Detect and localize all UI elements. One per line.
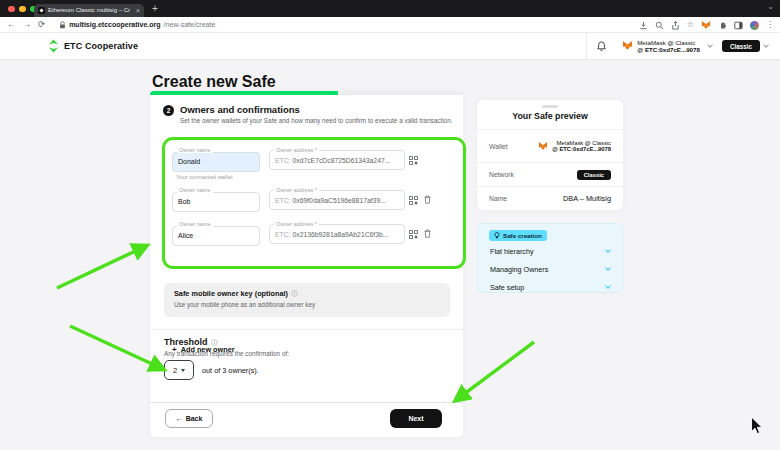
qr-code-icon[interactable] [409,156,418,165]
metamask-extension-icon[interactable] [701,21,711,30]
chevron-down-icon [707,42,713,48]
side-panel-icon[interactable] [734,21,743,30]
step-title: Owners and confirmations [180,104,458,115]
mobile-key-title: Safe mobile owner key (optional) [174,289,288,298]
download-icon[interactable] [639,21,648,30]
owner-address-field: Owner address * ETC: 0xd7cE7cDc8725D6134… [269,150,405,170]
back-button[interactable]: ← Back [165,409,213,428]
tip-tag-label: Safe creation [503,232,542,239]
brand[interactable]: ETC Cooperative [48,39,138,53]
owner-address-label: Owner address * [274,188,319,193]
tip-item-managing-owners[interactable]: Managing Owners [478,261,622,277]
owner-address-input[interactable]: ETC: 0x69f0da9aC5196e8817af39... [269,190,405,210]
browser-menu-icon[interactable]: ⋮ [766,21,774,29]
reload-icon[interactable]: ⟳ [38,20,45,29]
step-header: 2 Owners and confirmations Set the owner… [163,104,458,124]
header-actions: MetaMask @ Classic @ ETC:0xd7cE...9078 C… [586,33,772,59]
bookmark-star-icon[interactable]: ☆ [687,21,694,29]
mobile-key-subtitle: Use your mobile phone as an additional o… [174,301,440,308]
lightbulb-icon [494,232,500,239]
delete-trash-icon[interactable] [423,195,432,204]
tab-close-icon[interactable]: × [136,7,140,14]
create-safe-card: 2 Owners and confirmations Set the owner… [150,91,463,437]
extensions-puzzle-icon[interactable] [718,21,727,30]
network-badge: Classic [577,170,611,180]
address-prefix: ETC: [275,157,290,164]
mobile-owner-key-box[interactable]: Safe mobile owner key (optional) Use you… [164,283,450,317]
tip-tag: Safe creation [489,230,547,241]
preview-name-row: Name DBA – Multisig [477,186,623,210]
browser-window: Ethereum Classic multisig – Cr × + ⌄ ← →… [0,0,780,450]
owner-name-input[interactable] [172,226,260,246]
owner-name-field: Owner name [172,224,260,246]
threshold-subtitle: Any transaction requires the confirmatio… [164,350,289,357]
qr-code-icon[interactable] [409,230,418,239]
section-divider [150,329,463,330]
tab-search-chevron-icon[interactable]: ⌄ [767,2,774,11]
owner-address-input[interactable]: ETC: 0xd7cE7cDc8725D61343a247... [269,150,405,170]
drag-handle[interactable] [542,105,558,108]
tab-favicon [38,7,45,14]
address-prefix: ETC: [275,231,290,238]
owner-address-label: Owner address * [274,222,319,227]
next-button[interactable]: Next [390,409,442,428]
wallet-name: MetaMask @ Classic [637,39,695,46]
tab-title: Ethereum Classic multisig – Cr [48,7,133,13]
network-switcher[interactable]: Classic [722,40,760,52]
network-row-label: Network [489,171,514,178]
threshold-select[interactable]: 2 [164,360,194,380]
address-bar[interactable]: multisig.etccooperative.org/new-safe/cre… [59,21,215,29]
back-icon[interactable]: ← [7,20,16,29]
delete-trash-icon[interactable] [423,229,432,238]
profile-avatar[interactable] [750,21,759,30]
browser-tab[interactable]: Ethereum Classic multisig – Cr × [34,4,144,18]
search-icon[interactable] [655,21,664,30]
owner-name-input[interactable] [172,152,260,172]
safe-creation-tips-card: Safe creation Flat hierarchy Managing Ow… [477,223,623,293]
qr-code-icon[interactable] [409,196,418,205]
threshold-value: 2 [173,366,177,375]
address-value: 0xd7cE7cDc8725D61343a247... [292,157,390,164]
new-tab-button[interactable]: + [152,3,158,15]
threshold-title: Threshold [164,337,218,347]
info-icon [291,290,298,297]
safe-preview-card: Your Safe preview Wallet MetaMask @ Clas… [477,100,623,210]
address-prefix: ETC: [275,197,290,204]
mouse-cursor [750,417,764,435]
wallet-row-label: Wallet [489,143,508,150]
info-icon [211,339,218,346]
threshold-suffix: out of 3 owner(s). [202,366,259,375]
chevron-down-icon [605,265,611,271]
metamask-fox-icon [622,41,633,51]
tip-item-safe-setup[interactable]: Safe setup [478,279,622,295]
browser-toolbar: ← → ⟳ multisig.etccooperative.org/new-sa… [0,17,780,33]
preview-wallet-row: Wallet MetaMask @ Classic @ ETC:0xd7cE..… [477,129,623,162]
close-window-button[interactable] [8,6,15,13]
toolbar-actions: ☆ ⋮ [639,17,774,33]
notifications-bell-icon[interactable] [597,41,606,51]
app-header: ETC Cooperative MetaMask @ Classic @ ETC… [0,33,780,60]
etc-logo-icon [48,39,59,53]
metamask-fox-icon [538,142,548,151]
address-value: 0x2136b9281a8a9Ab21C6f3b... [292,231,388,238]
connected-wallet-selector[interactable]: MetaMask @ Classic @ ETC:0xd7cE...9078 [616,39,722,53]
tip-item-flat-hierarchy[interactable]: Flat hierarchy [478,243,622,259]
share-icon[interactable] [671,21,680,30]
minimize-window-button[interactable] [19,6,26,13]
brand-name: ETC Cooperative [64,41,138,51]
safe-name-value: DBA – Multisig [563,194,611,203]
preview-wallet-address: @ ETC:0xd7cE...9078 [552,146,611,152]
address-value: 0x69f0da9aC5196e8817af39... [292,197,385,204]
step-number-badge: 2 [163,105,174,116]
step-subtitle: Set the owner wallets of your Safe and h… [180,117,458,124]
chevron-down-icon[interactable] [763,42,769,48]
owner-name-field: Owner name [172,150,260,172]
preview-title: Your Safe preview [477,111,623,121]
owner-name-label: Owner name [177,148,213,153]
browser-titlebar: Ethereum Classic multisig – Cr × + ⌄ [0,0,780,17]
owner-name-input[interactable] [172,192,260,212]
forward-icon[interactable]: → [23,20,32,29]
owner-address-input[interactable]: ETC: 0x2136b9281a8a9Ab21C6f3b... [269,224,405,244]
owner-address-field: Owner address * ETC: 0x2136b9281a8a9Ab21… [269,224,405,244]
connected-wallet-helper: Your connected wallet [176,174,233,180]
